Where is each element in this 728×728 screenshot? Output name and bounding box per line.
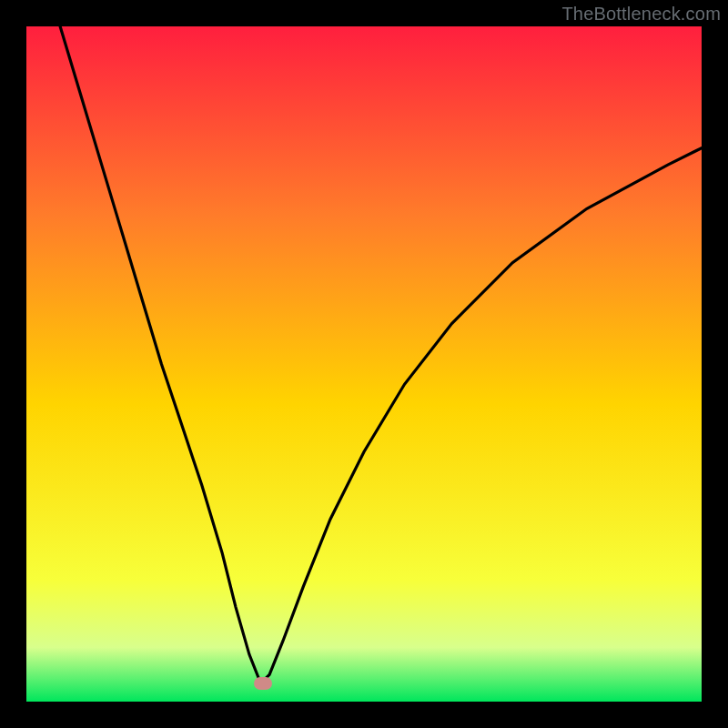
optimal-point-marker [254,677,272,690]
chart-frame: TheBottleneck.com [0,0,728,728]
gradient-bg [26,26,702,702]
plot-area [26,26,702,702]
watermark-text: TheBottleneck.com [561,4,721,25]
plot-svg [26,26,702,702]
